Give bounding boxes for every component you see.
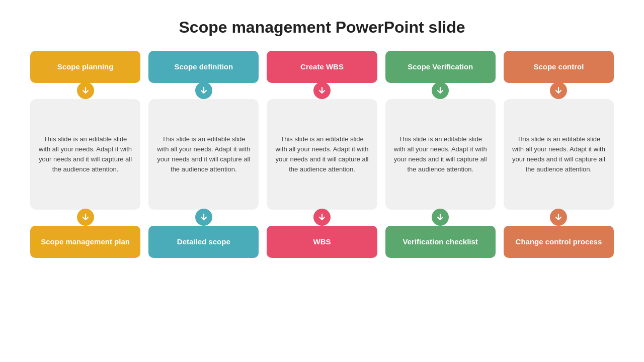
column-col2: Scope definition This slide is an editab…: [148, 51, 259, 258]
arrow-top-col4: [432, 82, 449, 99]
middle-card-col4: This slide is an editable slide with all…: [385, 99, 496, 210]
page-title: Scope management PowerPoint slide: [179, 18, 465, 37]
arrow-bottom-col3: [313, 209, 331, 226]
column-col3: Create WBS This slide is an editable sli…: [267, 51, 377, 258]
bottom-label-col5: Change control process: [504, 226, 614, 258]
columns-container: Scope planning This slide is an editable…: [0, 51, 644, 258]
bottom-label-col2: Detailed scope: [148, 226, 259, 258]
top-label-col1: Scope planning: [30, 51, 140, 83]
arrow-bottom-col5: [550, 209, 567, 226]
top-label-col2: Scope definition: [148, 51, 259, 83]
arrow-top-col2: [195, 82, 212, 99]
top-label-col4: Scope Verification: [385, 51, 496, 83]
arrow-bottom-col1: [77, 209, 94, 226]
arrow-top-col5: [550, 82, 567, 99]
column-col1: Scope planning This slide is an editable…: [30, 51, 140, 258]
arrow-bottom-col2: [195, 209, 212, 226]
arrow-top-col3: [313, 82, 331, 99]
middle-card-col5: This slide is an editable slide with all…: [504, 99, 614, 210]
middle-card-col3: This slide is an editable slide with all…: [267, 99, 377, 210]
middle-card-col2: This slide is an editable slide with all…: [148, 99, 259, 210]
arrow-bottom-col4: [432, 209, 449, 226]
top-label-col5: Scope control: [504, 51, 614, 83]
bottom-label-col1: Scope management plan: [30, 226, 140, 258]
arrow-top-col1: [77, 82, 94, 99]
top-label-col3: Create WBS: [267, 51, 377, 83]
middle-card-col1: This slide is an editable slide with all…: [30, 99, 140, 210]
bottom-label-col4: Verification checklist: [385, 226, 496, 258]
bottom-label-col3: WBS: [267, 226, 377, 258]
column-col4: Scope Verification This slide is an edit…: [385, 51, 496, 258]
column-col5: Scope control This slide is an editable …: [504, 51, 614, 258]
